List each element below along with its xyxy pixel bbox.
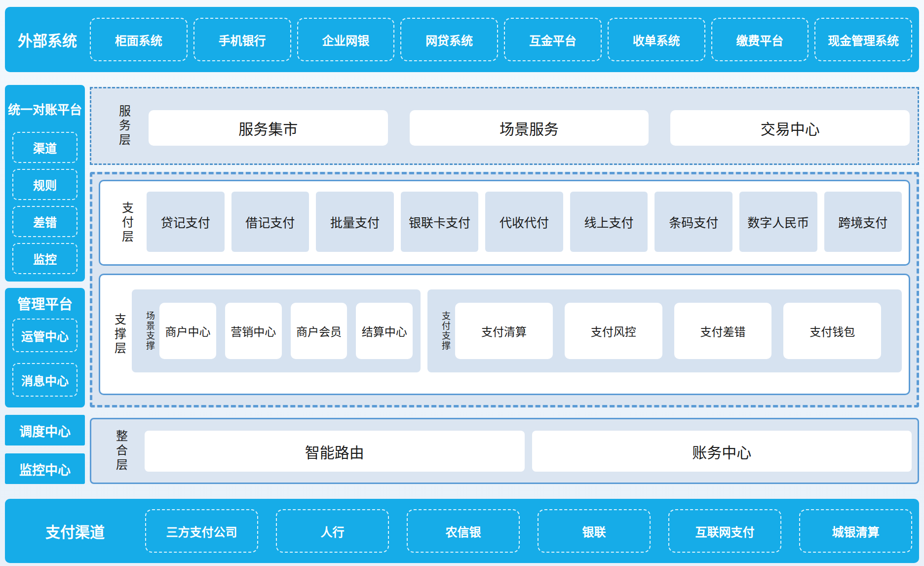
payment-box: 条码支付 bbox=[654, 192, 732, 252]
core-layers-container: 支付层 贷记支付 借记支付 批量支付 银联卡支付 代收代付 线上支付 bbox=[90, 172, 919, 407]
integration-layer: 整合层 智能路由 账务中心 bbox=[90, 418, 919, 484]
payment-box: 代收代付 bbox=[485, 192, 563, 252]
center-box: 调度中心 bbox=[5, 415, 85, 445]
main-area: 统一对账平台 渠道 规则 差错 监控 管理平台 运管中心 消息中 bbox=[5, 85, 919, 499]
management-platform-items: 运管中心 消息中心 bbox=[5, 319, 85, 407]
reconciliation-item-box: 渠道 bbox=[12, 132, 77, 163]
integration-box: 账务中心 bbox=[532, 431, 912, 472]
payment-channel-box: 银联 bbox=[538, 509, 651, 553]
scene-support-box: 商户会员 bbox=[291, 303, 347, 359]
architecture-layers: 服务层 服务集市 场景服务 交易中心 支付层 贷记支付 bbox=[90, 85, 919, 499]
payment-support-label: 支付支撑 bbox=[435, 289, 455, 372]
payment-support-box: 支付风控 bbox=[565, 303, 662, 359]
integration-layer-label: 整合层 bbox=[97, 419, 145, 483]
integration-box: 智能路由 bbox=[145, 431, 525, 472]
scene-support-items: 商户中心 营销中心 商户会员 结算中心 bbox=[159, 289, 413, 372]
payment-support-box: 支付差错 bbox=[674, 303, 772, 359]
payment-support-items: 支付清算 支付风控 支付差错 支付钱包 bbox=[455, 289, 894, 372]
external-system-box: 柜面系统 bbox=[90, 18, 188, 61]
payment-support-group: 支付支撑 支付清算 支付风控 支付差错 支付钱包 bbox=[427, 289, 902, 372]
payment-channel-box: 互联网支付 bbox=[668, 509, 781, 553]
standalone-centers: 调度中心 监控中心 bbox=[5, 415, 85, 492]
payment-layer-label: 支付层 bbox=[107, 181, 147, 264]
reconciliation-platform-panel: 统一对账平台 渠道 规则 差错 监控 bbox=[5, 85, 85, 282]
service-box: 场景服务 bbox=[410, 110, 649, 146]
service-box: 交易中心 bbox=[670, 110, 910, 146]
reconciliation-platform-title: 统一对账平台 bbox=[8, 85, 82, 132]
payment-box: 数字人民币 bbox=[739, 192, 817, 252]
integration-layer-items: 智能路由 账务中心 bbox=[145, 419, 912, 483]
payment-box: 跨境支付 bbox=[824, 192, 902, 252]
payment-channels-title: 支付渠道 bbox=[5, 520, 145, 542]
service-box: 服务集市 bbox=[149, 110, 388, 146]
payment-support-box: 支付清算 bbox=[455, 303, 553, 359]
service-layer-label: 服务层 bbox=[99, 88, 149, 163]
scene-support-box: 商户中心 bbox=[159, 303, 216, 359]
reconciliation-platform-items: 渠道 规则 差错 监控 bbox=[5, 132, 85, 280]
management-platform-title: 管理平台 bbox=[17, 288, 73, 319]
management-platform-panel: 管理平台 运管中心 消息中心 bbox=[5, 288, 85, 407]
management-item-box: 运管中心 bbox=[12, 319, 77, 352]
scene-support-group: 场景支撑 商户中心 营销中心 商户会员 结算中心 bbox=[132, 289, 421, 372]
external-system-box: 手机银行 bbox=[193, 18, 291, 61]
reconciliation-item-box: 规则 bbox=[12, 169, 77, 200]
payment-channel-box: 三方支付公司 bbox=[145, 509, 258, 553]
management-item-box: 消息中心 bbox=[12, 363, 77, 397]
payment-box: 批量支付 bbox=[316, 192, 394, 252]
reconciliation-item-box: 监控 bbox=[12, 243, 77, 274]
payment-layer-items: 贷记支付 借记支付 批量支付 银联卡支付 代收代付 线上支付 条码支付 数字人 bbox=[147, 181, 902, 264]
center-box: 监控中心 bbox=[5, 453, 85, 484]
service-layer-items: 服务集市 场景服务 交易中心 bbox=[149, 88, 910, 163]
payment-channels-bar: 支付渠道 三方支付公司 人行 农信银 银联 互联网支付 城银清算 bbox=[5, 499, 919, 563]
payment-channels-items: 三方支付公司 人行 农信银 银联 互联网支付 城银清算 bbox=[145, 509, 919, 553]
payment-box: 银联卡支付 bbox=[401, 192, 479, 252]
scene-support-label: 场景支撑 bbox=[140, 289, 159, 372]
payment-box: 借记支付 bbox=[231, 192, 309, 252]
support-layer-label: 支撑层 bbox=[107, 275, 132, 394]
external-system-box: 收单系统 bbox=[608, 18, 705, 61]
scene-support-box: 营销中心 bbox=[225, 303, 282, 359]
left-sidebar: 统一对账平台 渠道 规则 差错 监控 管理平台 运管中心 消息中 bbox=[5, 85, 85, 499]
external-system-box: 网贷系统 bbox=[400, 18, 498, 61]
external-systems-items: 柜面系统 手机银行 企业网银 网贷系统 互金平台 收单系统 缴费平台 现金管理系… bbox=[90, 18, 919, 61]
service-layer: 服务层 服务集市 场景服务 交易中心 bbox=[90, 87, 919, 165]
support-layer: 支撑层 场景支撑 商户中心 营销中心 商户会员 bbox=[99, 274, 910, 395]
external-system-box: 企业网银 bbox=[297, 18, 395, 61]
external-systems-title: 外部系统 bbox=[5, 29, 90, 50]
payment-support-box: 支付钱包 bbox=[783, 303, 881, 359]
payment-channel-box: 农信银 bbox=[407, 509, 520, 553]
reconciliation-item-box: 差错 bbox=[12, 206, 77, 237]
external-system-box: 现金管理系统 bbox=[814, 18, 912, 61]
payment-box: 贷记支付 bbox=[147, 192, 225, 252]
scene-support-box: 结算中心 bbox=[356, 303, 413, 359]
payment-channel-box: 人行 bbox=[276, 509, 389, 553]
support-layer-groups: 场景支撑 商户中心 营销中心 商户会员 结算中心 bbox=[132, 275, 902, 394]
payment-box: 线上支付 bbox=[570, 192, 648, 252]
payment-channel-box: 城银清算 bbox=[799, 509, 912, 553]
external-systems-bar: 外部系统 柜面系统 手机银行 企业网银 网贷系统 互金平台 收单系统 缴费平台 … bbox=[5, 7, 919, 72]
payment-layer: 支付层 贷记支付 借记支付 批量支付 银联卡支付 代收代付 线上支付 bbox=[99, 180, 910, 266]
external-system-box: 互金平台 bbox=[504, 18, 602, 61]
external-system-box: 缴费平台 bbox=[711, 18, 809, 61]
